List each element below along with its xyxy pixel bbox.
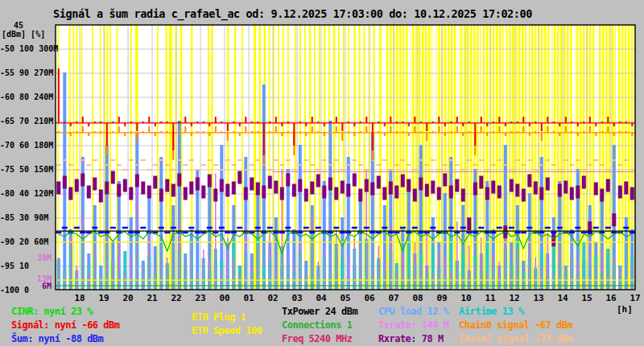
axis-row: -85 30 90M (0, 213, 48, 223)
x-tick-label: 13 (529, 293, 548, 303)
x-tick-label: 05 (336, 293, 355, 303)
x-tick-label: 01 (239, 293, 258, 303)
eth-event-band (157, 25, 159, 290)
x-tick-label: 17 (625, 293, 644, 303)
legend-signal: Signál: nyní -66 dBm (11, 319, 120, 331)
x-tick-label: 09 (432, 293, 452, 303)
x-tick-label: 22 (167, 293, 186, 303)
legend-airtime: Airtime 13 % (459, 306, 524, 317)
eth-event-band (73, 25, 75, 290)
eth-event-band (76, 25, 78, 290)
x-tick-label: 21 (142, 293, 162, 303)
rate-label-39m: 39M (37, 253, 52, 262)
legend-cinr: CINR: nyní 23 % (11, 306, 93, 317)
eth-event-band (314, 25, 316, 290)
axis-row: -80 40 120M (0, 189, 53, 199)
legend-eth-plug: ETH Plug 1 (192, 311, 246, 323)
eth-event-band (242, 25, 243, 290)
eth-event-band (278, 25, 279, 290)
x-tick-label: 20 (118, 293, 138, 303)
x-tick-label: 11 (481, 293, 500, 303)
eth-event-band (319, 25, 320, 290)
x-tick-label: 00 (215, 293, 234, 303)
legend-eth-speed: ETH Speed 100 (192, 325, 262, 336)
legend-chain1: Chain1 signal -73 dBm (459, 333, 572, 344)
eth-event-band (338, 25, 340, 290)
x-tick-label: 23 (191, 293, 210, 303)
x-tick-label: 16 (601, 293, 621, 303)
legend-freq: Freq 5240 MHz (282, 333, 352, 344)
eth-event-band (364, 25, 365, 290)
axis-row: -55 90 270M (0, 68, 53, 78)
legend-rxrate: Rxrate: 78 M (378, 333, 444, 344)
axis-row: -60 80 240M (0, 93, 53, 102)
axis-row: -95 10 (0, 262, 29, 271)
x-tick-label: 08 (408, 293, 427, 303)
axis-top-value: 45 (14, 21, 23, 30)
axis-row: -50 100 300M (0, 44, 58, 54)
legend-txpower: TxPower 24 dBm (282, 306, 357, 317)
legend-noise: Šum: nyní -88 dBm (11, 333, 103, 344)
axis-row: -90 20 60M (0, 237, 48, 247)
x-tick-label: 03 (287, 293, 307, 303)
chart-title: Signál a šum radia c_rafael_ac od: 9.12.… (53, 7, 532, 20)
eth-event-band (92, 25, 93, 290)
eth-event-band (379, 25, 382, 290)
eth-event-band (57, 25, 59, 290)
x-tick-label: 12 (505, 293, 524, 303)
x-tick-label: 18 (70, 293, 89, 303)
legend-chain0: Chain0 signal -67 dBm (459, 319, 572, 331)
graph-page: { "title": "Signál a šum radia c_rafael_… (0, 0, 644, 346)
axis-units-label: [dBm] [%] (2, 30, 45, 39)
hour-unit-label: [h] (617, 304, 633, 315)
x-tick-label: 19 (94, 293, 114, 303)
eth-event-band (529, 25, 550, 290)
eth-event-band (254, 25, 256, 290)
x-tick-label: 04 (312, 293, 331, 303)
eth-event-band (211, 25, 213, 290)
x-tick-label: 07 (384, 293, 403, 303)
axis-row: -70 60 180M (0, 141, 53, 150)
x-tick-label: 02 (263, 293, 283, 303)
x-tick-label: 15 (577, 293, 597, 303)
x-tick-label: 14 (553, 293, 572, 303)
x-tick-label: 06 (360, 293, 379, 303)
eth-event-band (304, 25, 306, 290)
legend-txrate: Txrate: 144 M (378, 319, 448, 331)
eth-event-band (109, 25, 111, 290)
eth-event-band (100, 25, 101, 290)
x-tick-label: 10 (456, 293, 476, 303)
legend-connections: Connections 1 (282, 319, 352, 331)
rate-label-6m: 6M (42, 282, 52, 290)
axis-row: -75 50 150M (0, 165, 53, 175)
axis-row: -100 0 (0, 286, 29, 295)
legend-cpu: CPU load 12 % (378, 306, 448, 317)
axis-row: -65 70 210M (0, 117, 53, 126)
